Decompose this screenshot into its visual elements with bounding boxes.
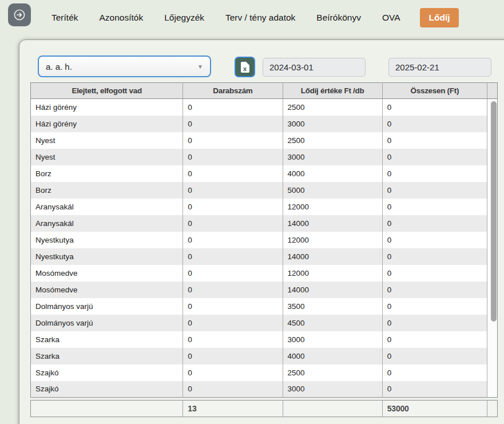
value-cell: 12000	[283, 199, 382, 215]
lodij-table-area: Elejtett, elfogott vad Darabszám Lődíj é…	[30, 82, 498, 417]
value-cell: 0	[382, 331, 487, 348]
value-cell: 0	[183, 331, 283, 348]
value-cell: 12000	[283, 265, 382, 282]
value-cell: 0	[382, 265, 487, 282]
value-cell: 0	[183, 364, 283, 381]
value-cell: 0	[183, 99, 283, 116]
value-cell: 3000	[283, 381, 382, 398]
sidebar-toggle-button[interactable]	[8, 3, 31, 26]
value-cell: 12000	[283, 232, 382, 248]
table-footer: 13 53000	[30, 400, 498, 417]
table-row: Dolmányos varjú045000	[31, 315, 498, 331]
table-row: Szarka040000	[31, 348, 498, 364]
totals-empty-ertek	[283, 401, 382, 417]
tab-ova[interactable]: OVA	[381, 8, 402, 27]
table-row: Házi görény025000	[31, 99, 498, 116]
value-cell: 0	[382, 381, 487, 398]
tab-terv-teny[interactable]: Terv / tény adatok	[224, 8, 296, 27]
top-nav-bar: Teríték Azonosítók Lőjegyzék Terv / tény…	[0, 0, 504, 35]
value-cell: 3000	[283, 331, 382, 348]
species-select-value: a. a. h.	[46, 62, 72, 72]
value-cell: 2500	[283, 132, 382, 149]
value-cell: 0	[382, 149, 487, 165]
value-cell: 0	[183, 149, 283, 165]
table-row: Borz040000	[31, 165, 498, 182]
value-cell: 0	[382, 132, 487, 149]
arrow-right-circle-icon	[13, 8, 26, 22]
value-cell: 2500	[283, 99, 382, 116]
scrollbar-track-cell[interactable]	[487, 364, 497, 381]
value-cell: 0	[183, 282, 283, 298]
table-row: Szarka030000	[31, 331, 498, 348]
value-cell: 5000	[283, 182, 382, 199]
species-cell: Szarka	[31, 331, 183, 348]
species-cell: Borz	[31, 165, 183, 182]
value-cell: 0	[183, 381, 283, 398]
table-row: Házi görény030000	[31, 116, 498, 132]
table-row: Mosómedve0120000	[31, 265, 498, 282]
totals-scrollbar-spacer	[487, 401, 497, 417]
excel-file-icon-glyph: x	[243, 65, 247, 73]
table-row: Aranysakál0140000	[31, 215, 498, 232]
value-cell: 14000	[283, 215, 382, 232]
species-cell: Borz	[31, 182, 183, 199]
value-cell: 0	[183, 348, 283, 364]
excel-export-button[interactable]: x	[235, 57, 255, 77]
value-cell: 0	[382, 315, 487, 331]
nav-tabs: Teríték Azonosítók Lőjegyzék Terv / tény…	[50, 0, 459, 35]
species-cell: Házi görény	[31, 116, 183, 132]
tab-azonositok[interactable]: Azonosítók	[98, 8, 145, 27]
totals-osszesen: 53000	[382, 401, 487, 417]
totals-darabszam: 13	[183, 401, 283, 417]
species-cell: Házi görény	[31, 99, 183, 116]
totals-row: 13 53000	[31, 401, 498, 417]
value-cell: 0	[183, 232, 283, 248]
species-cell: Nyest	[31, 132, 183, 149]
scrollbar-track-cell[interactable]	[487, 331, 497, 348]
table-row: Nyestkutya0120000	[31, 232, 498, 248]
value-cell: 3000	[283, 149, 382, 165]
date-from-input[interactable]	[263, 58, 366, 77]
tab-lojegyzek[interactable]: Lőjegyzék	[163, 8, 205, 27]
chevron-down-icon: ▼	[197, 64, 203, 70]
content-card: a. a. h. ▼ x Elejtett, elfogott vad Dara…	[19, 39, 504, 424]
value-cell: 0	[183, 132, 283, 149]
scrollbar-track-cell[interactable]	[487, 348, 497, 364]
table-row: Borz050000	[31, 182, 498, 199]
species-cell: Szajkó	[31, 364, 183, 381]
species-select[interactable]: a. a. h. ▼	[38, 56, 211, 77]
column-header-species: Elejtett, elfogott vad	[31, 83, 183, 99]
species-cell: Aranysakál	[31, 199, 183, 215]
value-cell: 0	[183, 248, 283, 265]
table-row: Szajkó030000	[31, 381, 498, 398]
column-header-lodij-ertek: Lődíj értéke Ft /db	[283, 83, 382, 99]
value-cell: 0	[382, 199, 487, 215]
species-cell: Nyestkutya	[31, 232, 183, 248]
tab-beirokonyv[interactable]: Beírókönyv	[315, 8, 362, 27]
column-header-osszesen: Összesen (Ft)	[382, 83, 487, 99]
value-cell: 0	[382, 232, 487, 248]
value-cell: 0	[382, 215, 487, 232]
value-cell: 0	[183, 182, 283, 199]
excel-file-icon: x	[241, 62, 249, 73]
value-cell: 0	[382, 282, 487, 298]
value-cell: 4000	[283, 165, 382, 182]
value-cell: 3500	[283, 298, 382, 315]
value-cell: 0	[183, 298, 283, 315]
value-cell: 0	[382, 116, 487, 132]
table-row: Nyest025000	[31, 132, 498, 149]
species-cell: Dolmányos varjú	[31, 315, 183, 331]
value-cell: 14000	[283, 282, 382, 298]
table-row: Aranysakál0120000	[31, 199, 498, 215]
species-cell: Mosómedve	[31, 282, 183, 298]
value-cell: 0	[382, 99, 487, 116]
value-cell: 0	[382, 348, 487, 364]
tab-lodij[interactable]: Lődíj	[420, 8, 458, 27]
value-cell: 0	[183, 215, 283, 232]
tab-teritek[interactable]: Teríték	[50, 8, 80, 27]
date-to-input[interactable]	[388, 58, 491, 77]
scrollbar-track-cell[interactable]	[487, 381, 497, 398]
table-scrollbar-thumb[interactable]	[491, 101, 497, 322]
species-cell: Szajkó	[31, 381, 183, 398]
value-cell: 0	[183, 265, 283, 282]
